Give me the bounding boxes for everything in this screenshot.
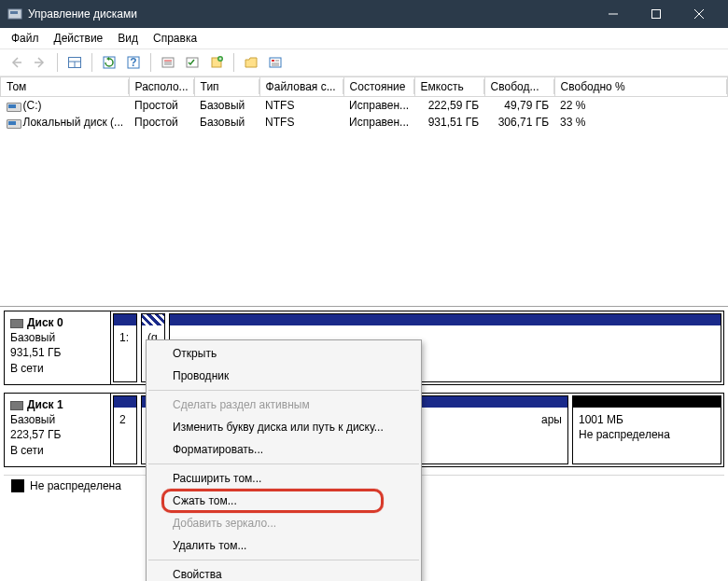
menu-delete[interactable]: Удалить том...: [147, 534, 421, 557]
col-layout[interactable]: Располо...: [129, 77, 194, 97]
disk-status: В сети: [10, 443, 105, 458]
vol-capacity: 222,59 ГБ: [414, 97, 484, 115]
window-title: Управление дисками: [28, 7, 592, 21]
disk-label: Диск 0: [27, 316, 63, 329]
svg-rect-1: [10, 11, 18, 14]
new-item-button[interactable]: [206, 52, 227, 73]
legend-swatch-unallocated: [11, 479, 24, 492]
unalloc-size: 1001 МБ: [579, 413, 715, 428]
table-row[interactable]: (C:) Простой Базовый NTFS Исправен... 22…: [1, 97, 728, 115]
col-freepct[interactable]: Свободно %: [554, 77, 727, 97]
table-row[interactable]: Локальный диск (... Простой Базовый NTFS…: [1, 114, 728, 131]
titlebar: Управление дисками: [0, 0, 728, 28]
back-button: [6, 52, 26, 73]
folder-button[interactable]: [241, 52, 261, 73]
vol-layout: Простой: [129, 97, 194, 115]
menubar: Файл Действие Вид Справка: [0, 28, 728, 48]
menu-properties[interactable]: Свойства: [147, 563, 421, 581]
volume-list-pane: Том Располо... Тип Файловая с... Состоян…: [0, 76, 728, 306]
vol-freepct: 33 %: [554, 114, 727, 131]
volume-icon: [7, 101, 20, 112]
vol-freepct: 22 %: [554, 97, 727, 115]
vol-name: (C:): [23, 99, 42, 112]
close-button[interactable]: [678, 0, 721, 28]
minimize-button[interactable]: [592, 0, 635, 28]
col-fs[interactable]: Файловая с...: [259, 77, 343, 97]
menu-open[interactable]: Открыть: [147, 342, 421, 365]
vol-free: 306,71 ГБ: [484, 114, 554, 131]
menu-help[interactable]: Справка: [146, 30, 204, 47]
disk-icon: [10, 401, 23, 410]
volume-icon: [7, 118, 20, 129]
vol-fs: NTFS: [259, 97, 343, 115]
volume-table: Том Располо... Тип Файловая с... Состоян…: [0, 76, 728, 131]
disk-icon: [10, 319, 23, 328]
partition-unallocated[interactable]: 1001 МБ Не распределена: [572, 395, 721, 464]
col-free[interactable]: Свобод...: [484, 77, 554, 97]
disk-type: Базовый: [10, 330, 105, 345]
help-button[interactable]: ?: [123, 52, 144, 73]
vol-fs: NTFS: [259, 114, 343, 131]
col-capacity[interactable]: Емкость: [414, 77, 484, 97]
legend-label: Не распределена: [30, 479, 121, 492]
vol-free: 49,79 ГБ: [484, 97, 554, 115]
col-type[interactable]: Тип: [194, 77, 259, 97]
menu-explorer[interactable]: Проводник: [147, 365, 421, 387]
vol-name: Локальный диск (...: [23, 116, 124, 129]
col-volume[interactable]: Том: [1, 77, 130, 97]
partition[interactable]: 2: [113, 395, 137, 464]
vol-type: Базовый: [194, 97, 259, 115]
vol-capacity: 931,51 ГБ: [414, 114, 484, 131]
menu-shrink[interactable]: Сжать том...: [147, 490, 421, 512]
settings-list-button[interactable]: [158, 52, 178, 73]
vol-status: Исправен...: [343, 97, 414, 115]
svg-rect-3: [652, 10, 661, 19]
disk-info[interactable]: Диск 0 Базовый 931,51 ГБ В сети: [5, 311, 111, 384]
svg-rect-25: [272, 60, 274, 62]
vol-type: Базовый: [194, 114, 259, 131]
toolbar: ?: [0, 48, 728, 76]
menu-action[interactable]: Действие: [47, 30, 111, 47]
disk-status: В сети: [10, 361, 105, 376]
disk-size: 931,51 ГБ: [10, 345, 105, 360]
menu-view[interactable]: Вид: [110, 30, 146, 47]
menu-file[interactable]: Файл: [4, 30, 47, 47]
menu-extend[interactable]: Расширить том...: [147, 467, 421, 490]
refresh-button[interactable]: [99, 52, 119, 73]
maximize-button[interactable]: [635, 0, 678, 28]
menu-format[interactable]: Форматировать...: [147, 438, 421, 461]
menu-make-active: Сделать раздел активным: [147, 394, 421, 416]
view-split-button[interactable]: [64, 52, 85, 73]
menu-add-mirror: Добавить зеркало...: [147, 512, 421, 534]
context-menu: Открыть Проводник Сделать раздел активны…: [146, 339, 422, 581]
col-status[interactable]: Состояние: [343, 77, 414, 97]
unalloc-label: Не распределена: [579, 428, 715, 443]
disk-info[interactable]: Диск 1 Базовый 223,57 ГБ В сети: [5, 394, 111, 466]
vol-status: Исправен...: [343, 114, 414, 131]
vol-layout: Простой: [129, 114, 194, 131]
forward-button: [30, 52, 50, 73]
menu-change-letter[interactable]: Изменить букву диска или путь к диску...: [147, 416, 421, 438]
disk-size: 223,57 ГБ: [10, 427, 105, 442]
partition[interactable]: 1:: [113, 313, 137, 382]
disk-label: Диск 1: [27, 398, 63, 411]
properties-button[interactable]: [265, 52, 286, 73]
checklist-button[interactable]: [182, 52, 203, 73]
disk-type: Базовый: [10, 412, 105, 427]
app-icon: [7, 7, 22, 21]
svg-text:?: ?: [130, 56, 136, 69]
